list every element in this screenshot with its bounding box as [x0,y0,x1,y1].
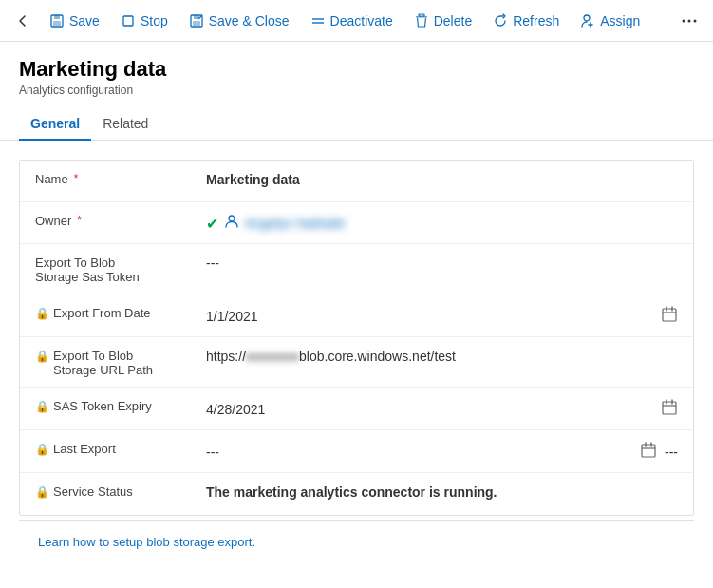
svg-rect-2 [53,21,61,26]
label-export-from-date: 🔒 Export From Date [35,304,206,320]
toolbar: Save Stop Save & Close Deactivate Delete… [0,0,713,42]
label-service-status: 🔒 Service Status [35,483,206,499]
calendar-icon-last-export[interactable] [640,442,657,463]
required-star-name: * [74,172,79,185]
last-export-text2: --- [665,445,678,460]
save-close-button[interactable]: Save & Close [179,8,299,34]
value-sas-token[interactable]: --- [206,254,678,271]
svg-rect-17 [663,309,676,321]
svg-rect-10 [419,14,424,16]
tab-related[interactable]: Related [91,108,159,141]
svg-rect-9 [312,22,324,24]
back-button[interactable] [8,8,38,34]
more-options-button[interactable] [673,7,705,35]
value-sas-expiry[interactable]: 4/28/2021 [206,397,678,420]
lock-icon-sas-expiry: 🔒 [35,400,49,413]
svg-rect-3 [123,16,133,26]
owner-check-icon: ✔ [206,215,218,233]
lock-icon-export-from-date: 🔒 [35,307,49,320]
label-owner: Owner * [35,212,206,228]
svg-rect-1 [54,15,60,19]
field-sas-expiry: 🔒 SAS Token Expiry 4/28/2021 [20,388,693,430]
page-header: Marketing data Analytics configuration [0,42,713,97]
save-button[interactable]: Save [40,8,109,34]
required-star-owner: * [77,214,82,227]
field-url-path: 🔒 Export To BlobStorage URL Path https:/… [20,337,693,388]
value-last-export[interactable]: --- --- [206,440,678,463]
last-export-text1: --- [206,445,219,460]
svg-rect-21 [663,402,676,414]
calendar-icon-export-from-date[interactable] [661,306,678,327]
svg-rect-11 [416,16,427,18]
value-name[interactable]: Marketing data [206,170,678,187]
label-sas-expiry: 🔒 SAS Token Expiry [35,397,206,413]
value-url-path[interactable]: https://xxxxxxxxblob.core.windows.net/te… [206,347,678,364]
page-title: Marketing data [19,57,694,82]
label-name: Name * [35,170,206,186]
value-service-status: The marketing analytics connector is run… [206,483,678,500]
svg-rect-6 [193,21,200,26]
tab-bar: General Related [0,108,713,141]
url-blurred-part: xxxxxxxx [246,349,299,364]
svg-rect-8 [312,18,324,20]
lock-icon-last-export: 🔒 [35,443,49,456]
help-link[interactable]: Learn how to setup blob storage export. [38,535,255,549]
field-sas-token: Export To BlobStorage Sas Token --- [20,244,693,294]
page-subtitle: Analytics configuration [19,84,694,97]
delete-label: Delete [434,13,472,28]
lock-icon-url-path: 🔒 [35,350,49,363]
field-last-export: 🔒 Last Export --- --- [20,430,693,473]
svg-point-15 [694,19,697,22]
svg-point-13 [683,19,685,22]
deactivate-button[interactable]: Deactivate [301,8,403,34]
stop-button[interactable]: Stop [111,8,178,34]
svg-rect-25 [642,445,655,457]
label-last-export: 🔒 Last Export [35,440,206,456]
tab-general[interactable]: General [19,108,91,141]
field-name: Name * Marketing data [20,161,693,202]
form-card: Name * Marketing data Owner * ✔ Angelyn … [19,160,694,516]
svg-point-16 [229,216,235,221]
field-service-status: 🔒 Service Status The marketing analytics… [20,473,693,515]
assign-button[interactable]: Assign [571,8,649,34]
svg-point-12 [584,15,590,21]
svg-point-14 [688,19,691,22]
label-url-path: 🔒 Export To BlobStorage URL Path [35,347,206,377]
field-export-from-date: 🔒 Export From Date 1/1/2021 [20,294,693,337]
value-owner[interactable]: ✔ Angelyn Nathalie [206,212,678,233]
lock-icon-service-status: 🔒 [35,485,49,499]
owner-avatar-icon [224,214,239,233]
label-sas-token: Export To BlobStorage Sas Token [35,254,206,284]
owner-name-text: Angelyn Nathalie [245,216,346,231]
help-link-row: Learn how to setup blob storage export. [19,520,694,562]
calendar-icon-sas-expiry[interactable] [661,399,678,420]
refresh-button[interactable]: Refresh [483,8,569,34]
value-export-from-date[interactable]: 1/1/2021 [206,304,678,327]
field-owner: Owner * ✔ Angelyn Nathalie [20,202,693,244]
form-area: Name * Marketing data Owner * ✔ Angelyn … [0,141,713,581]
delete-button[interactable]: Delete [404,8,481,34]
